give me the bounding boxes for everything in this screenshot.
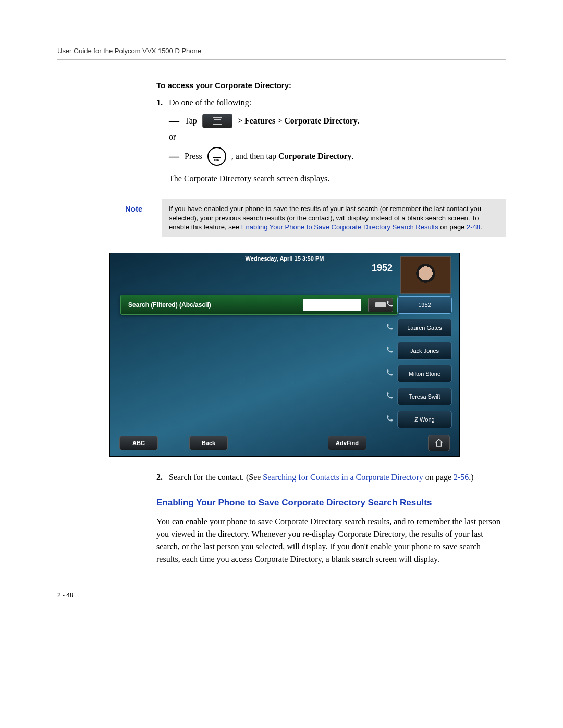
press-label: Press <box>185 152 202 161</box>
section-title: To access your Corporate Directory: <box>156 81 506 90</box>
step2-pre: Search for the contact. (See <box>169 473 263 482</box>
directory-key-icon: DIR <box>207 147 226 166</box>
subsection-heading: Enabling Your Phone to Save Corporate Di… <box>156 498 506 508</box>
search-mode-label: Search (Filtered) (Abc/ascii) <box>121 301 303 309</box>
note-label: Note <box>125 199 162 237</box>
step-1: 1. Do one of the following: <box>156 98 506 107</box>
dash-icon: — <box>169 115 179 127</box>
contact-item[interactable]: 1952 <box>397 296 452 314</box>
softkey-spacer <box>259 436 297 450</box>
contact-item[interactable]: Z Wong <box>397 411 452 428</box>
page-header: User Guide for the Polycom VVX 1500 D Ph… <box>57 47 506 60</box>
dash-icon: — <box>169 151 179 163</box>
step-number: 2. <box>156 473 169 482</box>
search-input[interactable] <box>303 299 361 311</box>
period: . <box>352 152 354 161</box>
step2-page-link[interactable]: 2-56 <box>454 473 469 482</box>
bullet-tap: — Tap > Features > Corporate Directory. <box>169 114 506 128</box>
handset-icon <box>385 391 395 401</box>
corp-dir-bold: Corporate Directory <box>278 152 352 161</box>
step2-mid: on page <box>423 473 454 482</box>
contact-item[interactable]: Lauren Gates <box>397 319 452 337</box>
step-2-text: Search for the contact. (See Searching f… <box>169 473 474 482</box>
bullet-press: — Press DIR , and then tap Corporate Dir… <box>169 147 506 166</box>
body-paragraph: You can enable your phone to save Corpor… <box>156 515 506 565</box>
press-mid: , and then tap <box>231 152 278 161</box>
handset-icon <box>385 300 395 309</box>
softkey-advfind[interactable]: AdvFind <box>328 436 366 450</box>
note-block: Note If you have enabled your phone to s… <box>125 199 506 237</box>
contact-label: Jack Jones <box>410 348 439 354</box>
period: . <box>358 116 360 125</box>
handset-icon <box>385 323 395 332</box>
contact-label: Z Wong <box>414 416 434 423</box>
contact-item[interactable]: Milton Stone <box>397 365 452 382</box>
contact-label: 1952 <box>418 302 431 308</box>
home-icon <box>434 438 444 448</box>
step2-end: .) <box>469 473 473 482</box>
page-number: 2 - 48 <box>57 591 506 599</box>
menu-button-icon <box>202 114 232 128</box>
contact-list: 1952 Lauren Gates Jack Jones <box>397 296 452 428</box>
phone-screenshot: Wednesday, April 15 3:50 PM 1952 Search … <box>109 253 460 457</box>
extension-number: 1952 <box>372 263 393 274</box>
menu-path: > Features > Corporate Directory <box>238 116 358 125</box>
note-text-mid: on page <box>440 223 467 231</box>
note-end: . <box>480 223 482 231</box>
contact-label: Lauren Gates <box>407 325 442 331</box>
note-page-link[interactable]: 2-48 <box>467 223 480 231</box>
search-bar: Search (Filtered) (Abc/ascii) <box>120 295 398 315</box>
contact-item[interactable]: Teresa Swift <box>397 388 452 405</box>
tap-label: Tap <box>185 116 197 126</box>
softkey-row: ABC Back AdvFind <box>119 435 450 451</box>
step-text: Do one of the following: <box>169 98 251 107</box>
contact-label: Teresa Swift <box>409 393 440 400</box>
handset-icon <box>385 346 395 355</box>
or-text: or <box>169 132 506 142</box>
result-line: The Corporate Directory search screen di… <box>169 173 506 184</box>
softkey-abc[interactable]: ABC <box>119 436 158 450</box>
step-2: 2. Search for the contact. (See Searchin… <box>156 473 506 482</box>
note-body: If you have enabled your phone to save t… <box>162 199 506 237</box>
note-link[interactable]: Enabling Your Phone to Save Corporate Di… <box>241 223 438 231</box>
home-button[interactable] <box>428 435 450 451</box>
step-number: 1. <box>156 98 169 107</box>
contact-label: Milton Stone <box>409 371 440 377</box>
handset-icon <box>385 368 395 378</box>
softkey-back[interactable]: Back <box>189 436 228 450</box>
step2-link[interactable]: Searching for Contacts in a Corporate Di… <box>263 473 423 482</box>
camera-preview <box>400 256 451 294</box>
contact-item[interactable]: Jack Jones <box>397 342 452 360</box>
handset-icon <box>385 414 395 424</box>
